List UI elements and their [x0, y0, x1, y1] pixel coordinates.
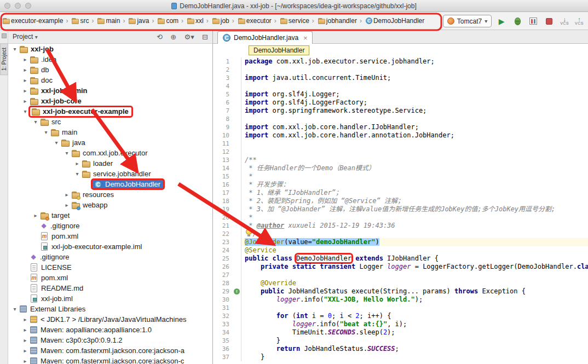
code-line-3[interactable]: 3import java.util.concurrent.TimeUnit; [213, 74, 588, 82]
hide-panel-icon[interactable]: ⊟ [202, 33, 208, 41]
tree-expand-arrow[interactable]: ▸ [31, 212, 40, 218]
tree-item-external-libraries[interactable]: ▾External Libraries [8, 304, 212, 314]
breadcrumb-item-src[interactable]: src [70, 16, 89, 25]
tree-item-src[interactable]: ▾src [8, 117, 212, 127]
tree-expand-arrow[interactable]: ▾ [52, 140, 61, 146]
override-method-icon[interactable]: ↑ [234, 288, 240, 294]
code-line-6[interactable]: 6import org.slf4j.LoggerFactory; [213, 99, 588, 107]
tree-item-webapp[interactable]: ▸webapp [8, 200, 212, 210]
tree-item-com.xxl.job.executor[interactable]: ▾com.xxl.job.executor [8, 148, 212, 158]
code-line-12[interactable]: 12 [213, 148, 588, 156]
tree-item-.gitignore[interactable]: ◆.gitignore [8, 221, 212, 231]
project-view-selector[interactable]: Project ▾ [13, 33, 38, 41]
code-line-28[interactable]: 28 @Override [213, 279, 588, 287]
tree-expand-arrow[interactable]: ▾ [42, 129, 50, 135]
tree-item-maven-com.fasterxml.jackson.core-jackson-c[interactable]: ▸Maven: com.fasterxml.jackson.core:jacks… [8, 356, 212, 364]
tree-item-xxl-job[interactable]: ▾xxl-job [8, 44, 212, 54]
code-line-22[interactable]: 22 */ [213, 230, 588, 238]
breadcrumb-item-jobhandler[interactable]: jobhandler [316, 16, 358, 25]
code-line-24[interactable]: 24@Service [213, 246, 588, 255]
breadcrumb-item-job[interactable]: job [211, 16, 230, 25]
code-line-20[interactable]: 20 * [213, 213, 588, 222]
code-line-19[interactable]: 19 * 3、加 “@JobHander” 注解，注解value值为新增任务生成… [213, 205, 588, 213]
scroll-from-source-icon[interactable]: ⟲ [157, 33, 163, 41]
tree-item-.idea[interactable]: ▸.idea [8, 54, 212, 65]
code-line-30[interactable]: 30 logger.info("XXL-JOB, Hello World."); [213, 296, 588, 304]
run-button[interactable]: ▶ [495, 15, 508, 27]
tree-item-service.jobhandler[interactable]: ▾service.jobhandler [8, 169, 212, 179]
code-line-27[interactable]: 27 [213, 271, 588, 279]
code-line-35[interactable]: 35 } [213, 337, 588, 345]
coverage-button[interactable] [527, 15, 539, 27]
tree-expand-arrow[interactable]: ▸ [62, 202, 71, 208]
intention-bulb-icon[interactable] [246, 229, 252, 235]
code-line-15[interactable]: 15 * [213, 172, 588, 181]
vcs-commit-button[interactable]: ↑VCS [574, 15, 585, 27]
code-line-13[interactable]: 13/** [213, 156, 588, 164]
code-line-37[interactable]: 37 } [213, 353, 588, 361]
tree-expand-arrow[interactable]: ▸ [21, 98, 30, 104]
breadcrumb-item-executor[interactable]: executor [237, 16, 272, 25]
code-line-2[interactable]: 2 [213, 66, 588, 74]
tree-expand-arrow[interactable]: ▸ [73, 160, 82, 166]
code-line-4[interactable]: 4 [213, 82, 588, 90]
code-line-7[interactable]: 7import org.springframework.stereotype.S… [213, 107, 588, 115]
tree-expand-arrow[interactable]: ▸ [21, 77, 30, 83]
tree-expand-arrow[interactable]: ▸ [21, 88, 30, 94]
tree-expand-arrow[interactable]: ▸ [21, 348, 30, 354]
code-line-23[interactable]: 23@JobHander(value="demoJobHandler") [213, 238, 588, 246]
tree-item-readme.md[interactable]: README.md [8, 283, 212, 293]
code-line-33[interactable]: 33 logger.info("beat at:{}", i); [213, 320, 588, 328]
tree-item-.gitignore[interactable]: ◆.gitignore [8, 252, 212, 262]
code-line-14[interactable]: 14 * 任务Handler的一个Demo（Bean模式） [213, 164, 588, 172]
tree-expand-arrow[interactable]: ▸ [21, 56, 30, 62]
code-line-34[interactable]: 34 TimeUnit.SECONDS.sleep(2); [213, 328, 588, 337]
tree-item-maven-aopalliance-aopalliance-1.0[interactable]: ▸Maven: aopalliance:aopalliance:1.0 [8, 325, 212, 335]
tree-item-doc[interactable]: ▸doc [8, 75, 212, 85]
editor-tab-demojobhandler[interactable]: C DemoJobHandler.java × [217, 31, 313, 44]
tree-item-xxl-job-executor-example.iml[interactable]: xxl-job-executor-example.iml [8, 241, 212, 252]
code-line-17[interactable]: 17 * 1、继承 “IJobHandler”； [213, 189, 588, 197]
tree-expand-arrow[interactable]: ▾ [62, 150, 71, 156]
code-line-9[interactable]: 9import com.xxl.job.core.handler.IJobHan… [213, 123, 588, 131]
tree-item-pom.xml[interactable]: mpom.xml [8, 231, 212, 241]
code-line-26[interactable]: 26 private static transient Logger logge… [213, 263, 588, 271]
breadcrumb-item-xxl[interactable]: xxl [186, 16, 204, 25]
tree-item-java[interactable]: ▾java [8, 137, 212, 148]
tree-item-xxl-job-admin[interactable]: ▸xxl-job-admin [8, 85, 212, 96]
code-line-5[interactable]: 5import org.slf4j.Logger; [213, 90, 588, 99]
tree-expand-arrow[interactable]: ▸ [21, 67, 30, 73]
code-line-16[interactable]: 16 * 开发步骤： [213, 181, 588, 189]
tree-item-xxl-job.iml[interactable]: xxl-job.iml [8, 293, 212, 304]
breadcrumb-item-main[interactable]: main [96, 16, 120, 25]
code-line-21[interactable]: 21 * @author xuxueli 2015-12-19 19:43:36 [213, 222, 588, 230]
tree-item-xxl-job-executor-example[interactable]: ▾xxl-job-executor-example [8, 106, 212, 117]
tree-item-pom.xml[interactable]: mpom.xml [8, 273, 212, 283]
tree-expand-arrow[interactable]: ▸ [21, 327, 30, 333]
tree-item-license[interactable]: LICENSE [8, 262, 212, 273]
breadcrumb-item-java[interactable]: java [127, 16, 149, 25]
tree-item-loader[interactable]: ▸loader [8, 158, 212, 169]
breadcrumb-item-executor-example[interactable]: executor-example [1, 16, 64, 25]
debug-button[interactable] [511, 15, 523, 27]
tree-expand-arrow[interactable]: ▾ [31, 119, 40, 125]
tree-item-maven-com.fasterxml.jackson.core-jackson-a[interactable]: ▸Maven: com.fasterxml.jackson.core:jacks… [8, 345, 212, 356]
tree-expand-arrow[interactable]: ▾ [10, 306, 19, 312]
close-icon[interactable]: × [303, 34, 308, 42]
tree-expand-arrow[interactable]: ▸ [21, 316, 30, 322]
tree-item-main[interactable]: ▾main [8, 127, 212, 137]
stop-button[interactable] [543, 15, 555, 27]
tree-item-xxl-job-core[interactable]: ▸xxl-job-core [8, 96, 212, 106]
code-line-36[interactable]: 36 return JobHandleStatus.SUCCESS; [213, 345, 588, 353]
code-line-25[interactable]: 25public class DemoJobHandler extends IJ… [213, 255, 588, 263]
code-line-10[interactable]: 10import com.xxl.job.core.handler.annota… [213, 131, 588, 140]
code-line-8[interactable]: 8 [213, 115, 588, 123]
breadcrumb-item-demojobhandler[interactable]: CDemoJobHandler [364, 17, 425, 25]
breadcrumb-item-com[interactable]: com [156, 16, 179, 25]
tree-expand-arrow[interactable]: ▸ [21, 358, 30, 364]
code-line-29[interactable]: 29↑ public JobHandleStatus execute(Strin… [213, 287, 588, 296]
code-line-11[interactable]: 11 [213, 140, 588, 148]
tree-item-resources[interactable]: ▸resources [8, 189, 212, 200]
code-line-18[interactable]: 18 * 2、装配到Spring，例如加 “@Service” 注解； [213, 197, 588, 205]
tree-item-db[interactable]: ▸db [8, 65, 212, 75]
